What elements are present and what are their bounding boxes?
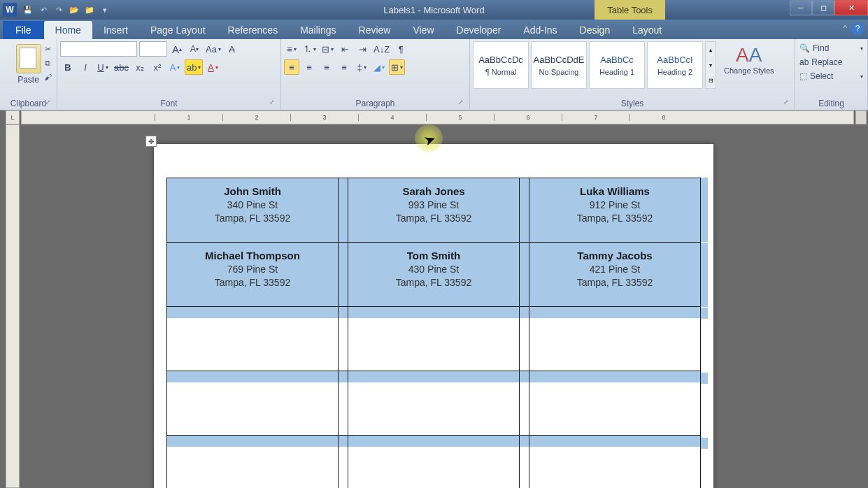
label-cell[interactable] bbox=[167, 307, 339, 371]
align-left-button[interactable]: ≡ bbox=[284, 59, 299, 75]
superscript-button[interactable]: x² bbox=[150, 59, 165, 75]
maximize-button[interactable]: ◻ bbox=[812, 0, 834, 15]
justify-button[interactable]: ≡ bbox=[336, 59, 352, 75]
highlight-button[interactable]: ab bbox=[185, 59, 203, 75]
label-cell[interactable] bbox=[348, 307, 520, 371]
page[interactable]: ✥ John Smith 340 Pine St Tampa, FL 33592… bbox=[154, 144, 713, 488]
replace-button[interactable]: abReplace bbox=[798, 55, 865, 69]
tab-page-layout[interactable]: Page Layout bbox=[139, 21, 217, 39]
minimize-button[interactable]: ─ bbox=[790, 0, 812, 15]
close-button[interactable]: ✕ bbox=[834, 0, 868, 15]
document-area[interactable]: ✥ John Smith 340 Pine St Tampa, FL 33592… bbox=[21, 124, 854, 488]
tab-home[interactable]: Home bbox=[44, 21, 92, 39]
tab-developer[interactable]: Developer bbox=[446, 21, 513, 39]
save-icon[interactable]: 💾 bbox=[21, 3, 35, 16]
show-marks-button[interactable]: ¶ bbox=[393, 41, 408, 57]
font-color-button[interactable]: A bbox=[205, 59, 220, 75]
numbering-button[interactable]: ⒈ bbox=[301, 41, 318, 57]
paragraph-launcher[interactable]: ⤢ bbox=[458, 99, 467, 107]
editing-label: Editing bbox=[795, 99, 867, 108]
font-launcher[interactable]: ⤢ bbox=[269, 99, 278, 107]
change-styles-button[interactable]: AA Change Styles bbox=[718, 41, 780, 89]
redo-icon[interactable]: ↷ bbox=[52, 3, 66, 16]
label-cell[interactable]: Tammy Jacobs 421 Pine St Tampa, FL 33592 bbox=[529, 243, 701, 307]
grow-font-button[interactable]: A▴ bbox=[169, 41, 185, 57]
borders-button[interactable]: ⊞ bbox=[389, 59, 405, 75]
open-icon[interactable]: 📂 bbox=[67, 3, 81, 16]
tab-table-layout[interactable]: Layout bbox=[621, 21, 673, 39]
format-painter-icon[interactable]: 🖌 bbox=[41, 71, 54, 82]
select-button[interactable]: ⬚Select bbox=[798, 69, 865, 83]
align-center-button[interactable]: ≡ bbox=[301, 59, 317, 75]
font-size-input[interactable] bbox=[139, 41, 167, 57]
copy-icon[interactable]: ⧉ bbox=[41, 57, 54, 69]
label-cell[interactable] bbox=[348, 371, 520, 436]
file-tab[interactable]: File bbox=[3, 21, 44, 39]
shrink-font-button[interactable]: A▾ bbox=[187, 41, 202, 57]
style-normal[interactable]: AaBbCcDc ¶ Normal bbox=[473, 41, 529, 89]
styles-launcher[interactable]: ⤢ bbox=[783, 99, 792, 107]
shading-button[interactable]: ◢ bbox=[371, 59, 387, 75]
line-spacing-button[interactable]: ‡ bbox=[354, 59, 369, 75]
increase-indent-button[interactable]: ⇥ bbox=[355, 41, 370, 57]
tab-view[interactable]: View bbox=[401, 21, 445, 39]
tab-mailings[interactable]: Mailings bbox=[289, 21, 347, 39]
label-cell[interactable]: John Smith 340 Pine St Tampa, FL 33592 bbox=[167, 178, 339, 243]
tab-table-design[interactable]: Design bbox=[569, 21, 622, 39]
clear-formatting-button[interactable]: A̶ bbox=[225, 41, 240, 57]
tab-references[interactable]: References bbox=[217, 21, 290, 39]
gap-cell bbox=[520, 178, 529, 243]
paragraph-group: ≡ ⒈ ⊟ ⇤ ⇥ A↓Z ¶ ≡ ≡ ≡ ≡ ‡ ◢ ⊞ Paragraph … bbox=[281, 39, 470, 110]
tab-selector[interactable]: L bbox=[6, 110, 20, 124]
align-right-button[interactable]: ≡ bbox=[319, 59, 334, 75]
font-name-input[interactable] bbox=[60, 41, 137, 57]
italic-button[interactable]: I bbox=[78, 59, 93, 75]
label-cell[interactable] bbox=[167, 371, 339, 436]
label-cell[interactable] bbox=[167, 436, 339, 489]
label-cell[interactable]: Tom Smith 430 Pine St Tampa, FL 33592 bbox=[348, 243, 520, 307]
vertical-ruler[interactable] bbox=[6, 124, 20, 488]
styles-expand[interactable]: ⊟ bbox=[706, 73, 716, 88]
decrease-indent-button[interactable]: ⇤ bbox=[337, 41, 353, 57]
labels-table[interactable]: John Smith 340 Pine St Tampa, FL 33592 S… bbox=[166, 178, 701, 488]
horizontal-ruler[interactable]: 1 2 3 4 5 6 7 8 bbox=[21, 110, 854, 124]
cut-icon[interactable]: ✂ bbox=[41, 43, 54, 55]
gap-cell bbox=[339, 178, 348, 243]
styles-group: AaBbCcDc ¶ Normal AaBbCcDdE No Spacing A… bbox=[470, 39, 795, 110]
change-styles-icon: AA bbox=[736, 44, 762, 66]
find-button[interactable]: 🔍Find bbox=[798, 41, 865, 55]
label-cell[interactable]: Michael Thompson 769 Pine St Tampa, FL 3… bbox=[167, 243, 339, 307]
text-effects-button[interactable]: A bbox=[167, 59, 183, 75]
undo-icon[interactable]: ↶ bbox=[36, 3, 50, 16]
tab-insert[interactable]: Insert bbox=[92, 21, 139, 39]
style-heading-2[interactable]: AaBbCcI Heading 2 bbox=[647, 41, 703, 89]
style-heading-1[interactable]: AaBbCc Heading 1 bbox=[589, 41, 645, 89]
label-cell[interactable] bbox=[348, 436, 520, 489]
label-cell[interactable] bbox=[529, 436, 701, 489]
strikethrough-button[interactable]: abc bbox=[113, 59, 130, 75]
qat-more-icon[interactable]: ▾ bbox=[98, 3, 112, 16]
bold-button[interactable]: B bbox=[60, 59, 76, 75]
tab-review[interactable]: Review bbox=[348, 21, 402, 39]
minimize-ribbon-icon[interactable]: ^ bbox=[844, 24, 847, 32]
sort-button[interactable]: A↓Z bbox=[372, 41, 391, 57]
label-cell[interactable] bbox=[529, 371, 701, 436]
clipboard-launcher[interactable]: ⤢ bbox=[45, 99, 54, 107]
multilevel-button[interactable]: ⊟ bbox=[320, 41, 335, 57]
label-cell[interactable]: Luka Williams 912 Pine St Tampa, FL 3359… bbox=[529, 178, 701, 243]
bullets-button[interactable]: ≡ bbox=[284, 41, 299, 57]
change-case-button[interactable]: Aa bbox=[204, 41, 222, 57]
ruler-toggle[interactable] bbox=[855, 110, 867, 124]
underline-button[interactable]: U bbox=[95, 59, 111, 75]
subscript-button[interactable]: x₂ bbox=[132, 59, 148, 75]
label-cell[interactable]: Sarah Jones 993 Pine St Tampa, FL 33592 bbox=[348, 178, 520, 243]
help-button[interactable]: ? bbox=[851, 22, 864, 35]
styles-scroll-down[interactable]: ▾ bbox=[706, 57, 716, 73]
label-cell[interactable] bbox=[529, 307, 701, 371]
style-no-spacing[interactable]: AaBbCcDdE No Spacing bbox=[531, 41, 587, 89]
styles-scroll-up[interactable]: ▴ bbox=[706, 42, 716, 57]
clipboard-group: Paste ✂ ⧉ 🖌 Clipboard ⤢ bbox=[0, 39, 57, 110]
open2-icon[interactable]: 📁 bbox=[83, 3, 97, 16]
tab-add-ins[interactable]: Add-Ins bbox=[512, 21, 568, 39]
table-move-handle[interactable]: ✥ bbox=[145, 136, 157, 147]
